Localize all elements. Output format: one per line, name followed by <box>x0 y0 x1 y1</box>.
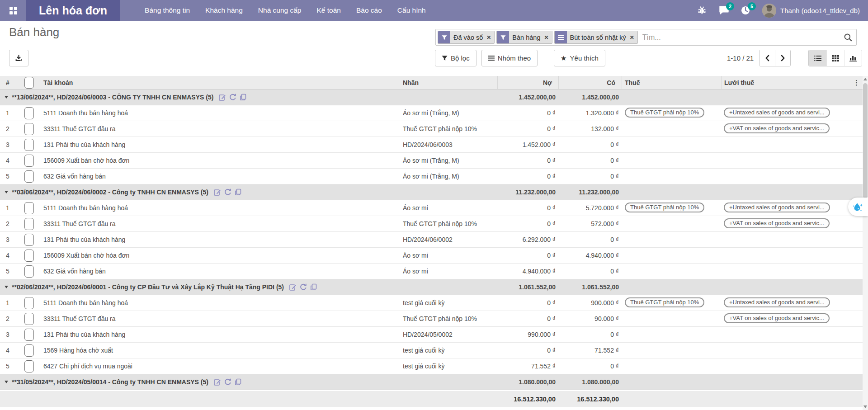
activities-clock-icon[interactable]: 5 <box>741 5 750 15</box>
search-icon[interactable] <box>844 33 853 42</box>
edit-icon[interactable] <box>289 283 297 291</box>
caret-down-icon[interactable] <box>5 381 8 383</box>
menu-item-2[interactable]: Nhà cung cấp <box>258 6 302 14</box>
table-row[interactable]: 15111 Doanh thu bán hàng hoátest giá cuố… <box>0 295 863 311</box>
column-header-index[interactable]: # <box>0 79 17 86</box>
menu-item-0[interactable]: Bảng thông tin <box>145 6 190 14</box>
scrollbar-thumb[interactable] <box>863 83 868 198</box>
row-checkbox[interactable] <box>24 360 34 372</box>
credit-cell[interactable]: 0 ₫ <box>558 173 622 180</box>
label-cell[interactable]: HD/2024/05/0002 <box>400 331 497 338</box>
debit-cell[interactable]: 990.000 ₫ <box>497 331 558 338</box>
column-header-tax[interactable]: Thuế <box>622 76 721 89</box>
table-row[interactable]: 4156009 Xuất bán chờ hóa đơnÁo sơ mi0 ₫4… <box>0 248 863 264</box>
credit-cell[interactable]: 572.000 ₫ <box>558 220 622 227</box>
copy-icon[interactable] <box>310 283 317 291</box>
search-input[interactable] <box>638 33 844 42</box>
tax-grid-cell[interactable]: +VAT on sales of goods and servic... <box>721 313 850 325</box>
facet-remove-icon[interactable]: ✕ <box>543 31 552 43</box>
copy-icon[interactable] <box>235 189 242 196</box>
account-cell[interactable]: 33311 Thuế GTGT đầu ra <box>41 125 400 132</box>
credit-cell[interactable]: 0 ₫ <box>558 268 622 275</box>
account-cell[interactable]: 156009 Xuất bán chờ hóa đơn <box>41 252 400 259</box>
row-checkbox[interactable] <box>24 234 34 246</box>
row-checkbox[interactable] <box>24 250 34 262</box>
row-checkbox[interactable] <box>24 155 34 167</box>
tax-grid-cell[interactable]: +VAT on sales of goods and servic... <box>721 218 850 230</box>
copy-icon[interactable] <box>235 378 242 386</box>
column-header-label[interactable]: Nhãn <box>400 79 497 86</box>
label-cell[interactable]: test giá cuối kỳ <box>400 363 497 370</box>
row-checkbox[interactable] <box>24 313 34 325</box>
debit-cell[interactable]: 0 ₫ <box>497 252 558 259</box>
label-cell[interactable]: test giá cuối kỳ <box>400 299 497 306</box>
floating-widget-button[interactable] <box>848 198 868 216</box>
filters-button[interactable]: Bộ lọc <box>435 50 476 66</box>
app-brand[interactable]: Lên hóa đơn <box>26 0 120 21</box>
user-menu[interactable]: Thanh (odoo14_ttldev_db) <box>762 4 860 18</box>
group-row[interactable]: **03/06/2024**, HD/2024/06/0002 - Công t… <box>0 184 863 200</box>
label-cell[interactable]: Áo sơ mi (Trắng, M) <box>400 109 497 117</box>
account-cell[interactable]: 131 Phải thu của khách hàng <box>41 236 400 243</box>
list-view-button[interactable] <box>809 50 826 66</box>
pager-next-button[interactable] <box>775 50 790 66</box>
column-header-debit[interactable]: Nợ <box>497 76 558 89</box>
refresh-icon[interactable] <box>224 378 231 386</box>
credit-cell[interactable]: 71.552 ₫ <box>558 347 622 354</box>
column-header-credit[interactable]: Có <box>558 76 622 89</box>
facet-remove-icon[interactable]: ✕ <box>486 31 494 43</box>
search-facet-0[interactable]: Đã vào sổ✕ <box>438 31 495 44</box>
vertical-scrollbar[interactable] <box>863 76 868 410</box>
row-checkbox[interactable] <box>24 218 34 230</box>
column-header-account[interactable]: Tài khoản <box>41 79 400 86</box>
account-cell[interactable]: 5111 Doanh thu bán hàng hoá <box>41 204 400 212</box>
tax-grid-pill[interactable]: +VAT on sales of goods and servic... <box>724 123 830 133</box>
debit-cell[interactable]: 0 ₫ <box>497 220 558 227</box>
credit-cell[interactable]: 0 ₫ <box>558 157 622 164</box>
debit-cell[interactable]: 0 ₫ <box>497 173 558 180</box>
debit-cell[interactable]: 0 ₫ <box>497 157 558 164</box>
credit-cell[interactable]: 0 ₫ <box>558 331 622 338</box>
scroll-up-arrow[interactable] <box>863 76 868 82</box>
label-cell[interactable]: Áo sơ mi (Trắng, M) <box>400 173 497 180</box>
credit-cell[interactable]: 0 ₫ <box>558 141 622 148</box>
table-row[interactable]: 3131 Phải thu của khách hàngHD/2024/06/0… <box>0 232 863 248</box>
credit-cell[interactable]: 90.000 ₫ <box>558 315 622 322</box>
account-cell[interactable]: 131 Phải thu của khách hàng <box>41 331 400 338</box>
credit-cell[interactable]: 5.720.000 ₫ <box>558 204 622 212</box>
pivot-view-button[interactable] <box>826 50 844 66</box>
tax-grid-pill[interactable]: +VAT on sales of goods and servic... <box>724 218 830 228</box>
account-cell[interactable]: 1569 Hàng hóa chờ xuất <box>41 347 400 354</box>
account-cell[interactable]: 156009 Xuất bán chờ hóa đơn <box>41 157 400 164</box>
menu-item-1[interactable]: Khách hàng <box>205 6 243 14</box>
debit-cell[interactable]: 4.940.000 ₫ <box>497 268 558 275</box>
favorites-button[interactable]: ★ Yêu thích <box>554 50 605 66</box>
menu-item-3[interactable]: Kế toán <box>317 6 341 14</box>
table-row[interactable]: 41569 Hàng hóa chờ xuấttest giá cuối kỳ0… <box>0 343 863 358</box>
debit-cell[interactable]: 0 ₫ <box>497 125 558 132</box>
label-cell[interactable]: Áo sơ mi <box>400 268 497 275</box>
account-cell[interactable]: 5111 Doanh thu bán hàng hoá <box>41 299 400 306</box>
column-header-tax-grid[interactable]: Lưới thuế <box>721 76 850 89</box>
menu-item-4[interactable]: Báo cáo <box>356 6 382 14</box>
menu-item-5[interactable]: Cấu hình <box>397 6 426 14</box>
caret-down-icon[interactable] <box>5 286 8 288</box>
table-row[interactable]: 233311 Thuế GTGT đầu raThuế GTGT phải nộ… <box>0 121 863 137</box>
account-cell[interactable]: 131 Phải thu của khách hàng <box>41 141 400 148</box>
label-cell[interactable]: Thuế GTGT phải nộp 10% <box>400 125 497 132</box>
group-row[interactable]: **02/06/2024**, HD/2024/06/0001 - Công t… <box>0 279 863 295</box>
refresh-icon[interactable] <box>229 94 236 101</box>
row-checkbox[interactable] <box>24 202 34 214</box>
table-row[interactable]: 5632 Giá vốn hàng bánÁo sơ mi4.940.000 ₫… <box>0 264 863 279</box>
label-cell[interactable]: Áo sơ mi <box>400 204 497 212</box>
credit-cell[interactable]: 0 ₫ <box>558 236 622 243</box>
credit-cell[interactable]: 4.940.000 ₫ <box>558 252 622 259</box>
group-row[interactable]: **31/05/2024**, HD/2024/05/0014 - Công t… <box>0 374 863 390</box>
group-row[interactable]: **13/06/2024**, HD/2024/06/0003 - CÔNG T… <box>0 90 863 105</box>
facet-remove-icon[interactable]: ✕ <box>629 31 637 43</box>
messages-icon[interactable]: 2 <box>719 5 729 15</box>
group-by-button[interactable]: Nhóm theo <box>481 50 538 66</box>
apps-menu-button[interactable] <box>0 0 26 21</box>
debit-cell[interactable]: 0 ₫ <box>497 204 558 212</box>
table-row[interactable]: 3131 Phải thu của khách hàngHD/2024/06/0… <box>0 137 863 153</box>
